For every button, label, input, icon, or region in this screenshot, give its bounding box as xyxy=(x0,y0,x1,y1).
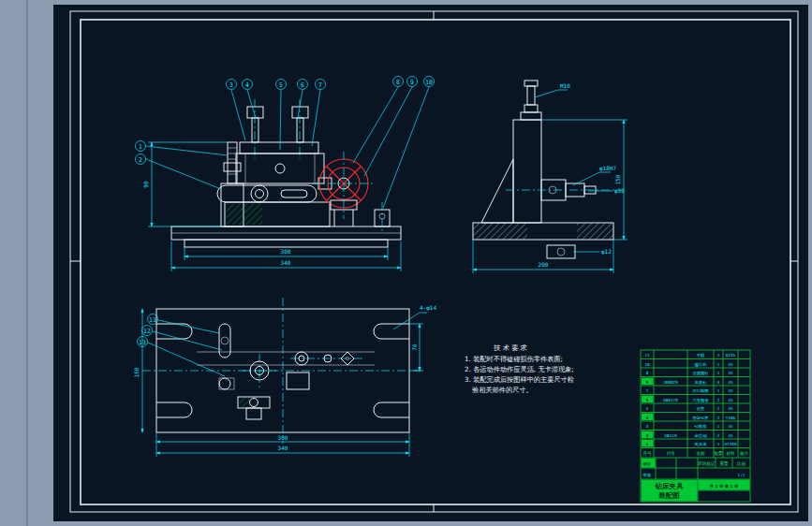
svg-text:1: 1 xyxy=(717,424,720,429)
svg-text:1: 1 xyxy=(717,371,720,375)
label-side-bolt: M10 xyxy=(560,82,570,89)
svg-text:定位销: 定位销 xyxy=(695,433,708,438)
svg-text:钻模板: 钻模板 xyxy=(695,424,708,429)
svg-text:11: 11 xyxy=(644,353,650,358)
svg-text:HT200: HT200 xyxy=(725,442,737,446)
label-side-d3: φ12 xyxy=(601,248,612,256)
svg-text:固定钻套: 固定钻套 xyxy=(692,416,709,420)
balloon-6: 6 xyxy=(301,81,304,89)
svg-text:1: 1 xyxy=(717,388,720,393)
title-audit-label: 审核 xyxy=(643,473,652,477)
svg-text:偏心轮: 偏心轮 xyxy=(695,361,708,368)
balloon-11: 11 xyxy=(149,316,156,324)
svg-text:1: 1 xyxy=(646,442,649,446)
svg-text:序号: 序号 xyxy=(642,451,652,456)
balloon-5: 5 xyxy=(279,81,283,89)
svg-text:2: 2 xyxy=(646,433,649,438)
svg-text:支承钉: 支承钉 xyxy=(695,380,708,385)
dim-front-w1: 300 xyxy=(281,248,291,255)
dim-side-h: 150 xyxy=(614,174,621,184)
svg-text:2: 2 xyxy=(717,416,720,420)
svg-text:2: 2 xyxy=(717,406,720,411)
label-side-bush: φ18H7 xyxy=(599,165,616,172)
svg-text:10: 10 xyxy=(644,362,650,367)
svg-text:JB8029: JB8029 xyxy=(663,380,678,385)
balloon-8: 8 xyxy=(396,79,400,86)
svg-text:6: 6 xyxy=(646,398,649,402)
svg-text:备注: 备注 xyxy=(740,451,749,456)
svg-text:45: 45 xyxy=(728,388,733,393)
label-side-d2: φ30 xyxy=(614,187,625,195)
svg-text:7: 7 xyxy=(646,388,649,393)
svg-text:4: 4 xyxy=(717,380,720,385)
svg-text:9: 9 xyxy=(646,380,649,385)
notes-title: 技 术 要 求 xyxy=(493,343,527,352)
notes-line-4: 验相关部件的尺寸。 xyxy=(472,386,533,394)
title-weight-label: 重量 xyxy=(719,460,729,466)
svg-text:名称: 名称 xyxy=(696,451,705,456)
balloon-1: 1 xyxy=(139,143,142,151)
drawing-name-line1: 钻床夹具 xyxy=(655,482,685,490)
svg-text:1: 1 xyxy=(717,353,720,358)
balloon-10: 10 xyxy=(425,79,433,86)
balloon-9: 9 xyxy=(410,79,414,86)
balloon-2: 2 xyxy=(139,156,142,164)
title-stage-label: 阶段标记 xyxy=(698,460,716,467)
svg-text:1: 1 xyxy=(717,442,720,446)
svg-text:45: 45 xyxy=(728,398,733,402)
notes-line-2: 2. 各运动件动作应灵活, 无卡滞现象; xyxy=(465,365,574,373)
title-scale-value: 1:1 xyxy=(738,473,746,477)
dim-front-h: 90 xyxy=(142,181,149,188)
balloon-3: 3 xyxy=(229,81,233,89)
cad-viewer-page: 300 340 90 1 2 3 4 5 6 xyxy=(0,0,812,526)
svg-text:Q235: Q235 xyxy=(726,353,736,358)
svg-text:夹具体: 夹具体 xyxy=(694,442,708,446)
svg-text:5: 5 xyxy=(646,406,649,411)
dim-plan-w2: 340 xyxy=(278,445,288,451)
dim-plan-w1: 300 xyxy=(278,434,288,441)
dim-plan-h: 160 xyxy=(133,367,140,377)
svg-text:GB119: GB119 xyxy=(665,433,677,438)
svg-text:45: 45 xyxy=(728,362,733,367)
svg-text:3: 3 xyxy=(646,424,649,429)
svg-text:45: 45 xyxy=(728,433,733,438)
svg-text:数量: 数量 xyxy=(714,451,723,456)
svg-text:45: 45 xyxy=(728,380,733,385)
drawing-name-line2: 装配图 xyxy=(657,491,680,500)
balloon-7: 7 xyxy=(318,81,322,89)
cad-drawing-canvas[interactable]: 300 340 90 1 2 3 4 5 6 xyxy=(0,0,812,526)
dim-side-w: 200 xyxy=(539,261,549,268)
svg-text:开口垫圈: 开口垫圈 xyxy=(692,388,708,393)
notes-line-3: 3. 装配完成后按图样中的主要尺寸检 xyxy=(465,375,574,384)
svg-text:2: 2 xyxy=(717,398,720,402)
svg-text:GB6170: GB6170 xyxy=(663,398,678,402)
balloon-4: 4 xyxy=(245,81,249,89)
svg-text:8: 8 xyxy=(646,371,649,375)
dim-front-w2: 340 xyxy=(281,259,291,266)
svg-text:2: 2 xyxy=(717,433,720,438)
dim-plan-r: 70 xyxy=(411,343,418,351)
svg-text:45: 45 xyxy=(728,424,733,429)
svg-text:45: 45 xyxy=(728,371,733,375)
svg-text:4: 4 xyxy=(646,416,649,420)
label-plan-slots: 4-φ14 xyxy=(420,304,436,312)
svg-text:1: 1 xyxy=(717,362,720,367)
svg-text:T10A: T10A xyxy=(726,416,736,420)
title-sheet-value: 共 1 张 第 1 张 xyxy=(709,484,739,489)
svg-text:45: 45 xyxy=(728,406,733,411)
balloon-12: 12 xyxy=(143,328,151,335)
title-design-label: 设计 xyxy=(642,461,652,466)
svg-text:代号: 代号 xyxy=(666,451,675,456)
notes-line-1: 1. 装配时不得磕碰损伤零件表面; xyxy=(465,355,563,363)
